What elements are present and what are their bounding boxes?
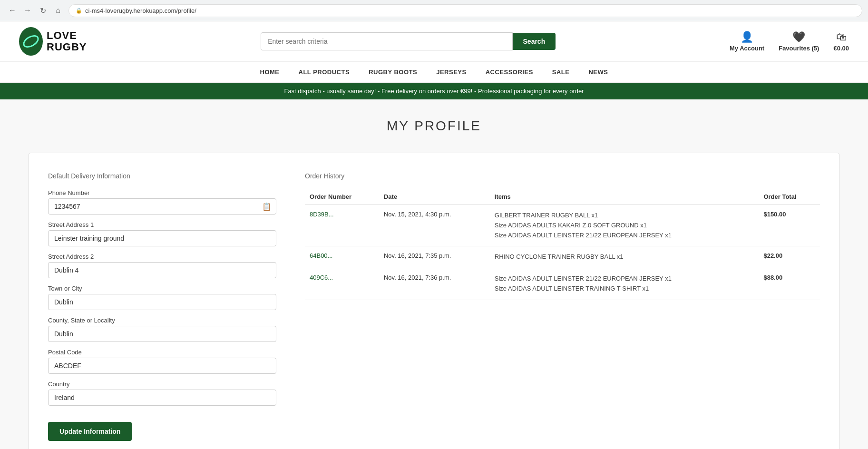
- county-group: County, State or Locality: [48, 317, 276, 342]
- order-history-section: Order History Order Number Date Items Or…: [305, 172, 820, 441]
- header-actions: 👤 My Account 🖤 Favourites (5) 🛍 €0.00: [730, 31, 849, 52]
- browser-nav-buttons: ← → ↻ ⌂: [6, 4, 65, 17]
- order-items-1: GILBERT TRAINER RUGBY BALL x1 Size ADIDA…: [490, 205, 759, 246]
- nav-sale[interactable]: SALE: [552, 68, 570, 76]
- account-label: My Account: [730, 45, 764, 52]
- country-group: Country: [48, 381, 276, 406]
- forward-button[interactable]: →: [21, 4, 34, 17]
- favourites-label: Favourites (5): [779, 45, 819, 52]
- phone-input-wrapper: 📋: [48, 198, 276, 215]
- county-label: County, State or Locality: [48, 317, 276, 324]
- street1-input[interactable]: [48, 230, 276, 246]
- search-button[interactable]: Search: [513, 33, 556, 50]
- col-order-total: Order Total: [759, 189, 820, 205]
- country-label: Country: [48, 381, 276, 388]
- order-items-3: Size ADIDAS ADULT LEINSTER 21/22 EUROPEA…: [490, 268, 759, 300]
- order-link-3[interactable]: 409C6...: [310, 274, 333, 281]
- street2-input[interactable]: [48, 262, 276, 278]
- nav-jerseys[interactable]: JERSEYS: [436, 68, 466, 76]
- cart-total: €0.00: [833, 45, 849, 52]
- back-button[interactable]: ←: [6, 4, 19, 17]
- order-number-2: 64B00...: [305, 246, 379, 268]
- postal-input[interactable]: [48, 358, 276, 374]
- nav-home[interactable]: HOME: [260, 68, 280, 76]
- col-date: Date: [379, 189, 490, 205]
- update-information-button[interactable]: Update Information: [48, 422, 132, 441]
- county-input[interactable]: [48, 326, 276, 342]
- order-history-table: Order Number Date Items Order Total 8D39…: [305, 189, 820, 300]
- favourites-link[interactable]: 🖤 Favourites (5): [779, 31, 819, 52]
- col-items: Items: [490, 189, 759, 205]
- address-bar[interactable]: 🔒 ci-ms4-loverugby.herokuapp.com/profile…: [68, 4, 862, 17]
- order-history-title: Order History: [305, 172, 820, 180]
- phone-icon: 📋: [262, 202, 272, 211]
- order-link-1[interactable]: 8D39B...: [310, 211, 334, 218]
- home-button[interactable]: ⌂: [51, 4, 65, 17]
- city-group: Town or City: [48, 285, 276, 310]
- delivery-section-title: Default Delivery Information: [48, 172, 276, 180]
- order-items-2: RHINO CYCLONE TRAINER RUGBY BALL x1: [490, 246, 759, 268]
- phone-group: Phone Number 📋: [48, 189, 276, 215]
- street2-label: Street Address 2: [48, 253, 276, 260]
- profile-container: Default Delivery Information Phone Numbe…: [29, 153, 839, 449]
- order-total-1: $150.00: [759, 205, 820, 246]
- logo-icon: [19, 27, 43, 56]
- order-total-3: $88.00: [759, 268, 820, 300]
- my-account-link[interactable]: 👤 My Account: [730, 31, 764, 52]
- nav-rugby-boots[interactable]: RUGBY BOOTS: [369, 68, 417, 76]
- street1-label: Street Address 1: [48, 221, 276, 228]
- nav-accessories[interactable]: ACCESSORIES: [486, 68, 533, 76]
- search-input[interactable]: [261, 32, 512, 50]
- favourites-icon: 🖤: [792, 31, 805, 43]
- search-area: Search: [261, 32, 556, 50]
- account-icon: 👤: [741, 31, 753, 43]
- nav-all-products[interactable]: ALL PRODUCTS: [299, 68, 350, 76]
- street2-group: Street Address 2: [48, 253, 276, 278]
- order-date-1: Nov. 15, 2021, 4:30 p.m.: [379, 205, 490, 246]
- order-row-2: 64B00... Nov. 16, 2021, 7:35 p.m. RHINO …: [305, 246, 820, 268]
- reload-button[interactable]: ↻: [36, 4, 49, 17]
- phone-input[interactable]: [48, 198, 276, 215]
- order-number-1: 8D39B...: [305, 205, 379, 246]
- url-text: ci-ms4-loverugby.herokuapp.com/profile/: [85, 7, 196, 14]
- city-label: Town or City: [48, 285, 276, 292]
- city-input[interactable]: [48, 294, 276, 310]
- order-row-3: 409C6... Nov. 16, 2021, 7:36 p.m. Size A…: [305, 268, 820, 300]
- browser-chrome: ← → ↻ ⌂ 🔒 ci-ms4-loverugby.herokuapp.com…: [0, 0, 868, 21]
- logo-area[interactable]: LOVE RUGBY: [19, 27, 87, 56]
- order-number-3: 409C6...: [305, 268, 379, 300]
- logo-text: LOVE RUGBY: [47, 30, 87, 53]
- main-content: MY PROFILE Default Delivery Information …: [0, 99, 868, 449]
- col-order-number: Order Number: [305, 189, 379, 205]
- lock-icon: 🔒: [76, 8, 82, 14]
- page-title: MY PROFILE: [29, 118, 839, 134]
- phone-label: Phone Number: [48, 189, 276, 196]
- site-header: LOVE RUGBY Search 👤 My Account 🖤 Favouri…: [0, 21, 868, 62]
- cart-icon: 🛍: [836, 31, 847, 43]
- delivery-section: Default Delivery Information Phone Numbe…: [48, 172, 276, 441]
- order-date-3: Nov. 16, 2021, 7:36 p.m.: [379, 268, 490, 300]
- street1-group: Street Address 1: [48, 221, 276, 246]
- order-row-1: 8D39B... Nov. 15, 2021, 4:30 p.m. GILBER…: [305, 205, 820, 246]
- nav-news[interactable]: NEWS: [588, 68, 608, 76]
- country-input[interactable]: [48, 390, 276, 406]
- order-total-2: $22.00: [759, 246, 820, 268]
- order-link-2[interactable]: 64B00...: [310, 252, 332, 259]
- cart-link[interactable]: 🛍 €0.00: [833, 31, 849, 52]
- order-date-2: Nov. 16, 2021, 7:35 p.m.: [379, 246, 490, 268]
- main-nav: HOME ALL PRODUCTS RUGBY BOOTS JERSEYS AC…: [0, 62, 868, 83]
- postal-label: Postal Code: [48, 349, 276, 356]
- promo-banner: Fast dispatch - usually same day! - Free…: [0, 83, 868, 99]
- postal-group: Postal Code: [48, 349, 276, 374]
